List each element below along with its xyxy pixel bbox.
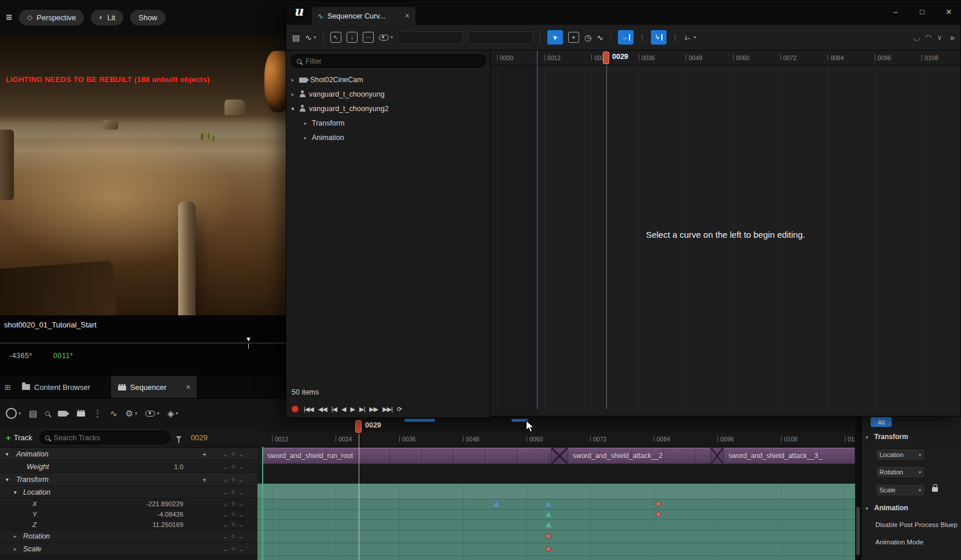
curve-window-tab-bar[interactable]: u ∿ Sequencer Curv... ✕ – □ ✕: [286, 1, 960, 25]
transport-button-4[interactable]: ▶: [351, 406, 355, 413]
keyframe-triangle[interactable]: [546, 502, 551, 507]
tree-item[interactable]: ▸Shot02CineCam: [286, 72, 490, 87]
add-section-icon[interactable]: +: [202, 450, 207, 458]
keyframe-circle[interactable]: [656, 502, 661, 507]
snap-value-options-icon[interactable]: ⋮: [672, 34, 679, 42]
snap-time-button[interactable]: →: [618, 30, 634, 45]
curve-options-button[interactable]: ∿▾: [305, 33, 316, 42]
sequence-browse-button[interactable]: ▾: [6, 408, 21, 419]
viewport-3d-scene[interactable]: LIGHTING NEEDS TO BE REBUILT (188 unbuil…: [0, 35, 286, 315]
track-row-weight[interactable]: Weight1.0←◇→: [0, 460, 257, 473]
tree-item[interactable]: ▾vanguard_t_choonyung2: [286, 101, 490, 116]
prev-key-icon[interactable]: ←: [223, 451, 229, 457]
minimize-button[interactable]: –: [885, 3, 907, 20]
range-marker[interactable]: [404, 419, 435, 422]
transport-button-8[interactable]: ⟳: [397, 406, 402, 413]
transform-tool-button[interactable]: ⌖: [568, 32, 579, 43]
filter-input[interactable]: [305, 57, 480, 65]
axis-snap-button[interactable]: ↔↕▾: [684, 34, 696, 42]
all-filter-button[interactable]: All: [871, 417, 892, 427]
prev-key-icon[interactable]: ←: [223, 533, 229, 539]
tangent-break-button[interactable]: ∨: [937, 33, 942, 42]
pointer-tool-button[interactable]: ➤: [547, 30, 563, 45]
transport-button-5[interactable]: ▶|: [359, 406, 364, 413]
prev-key-icon[interactable]: ←: [223, 489, 229, 495]
collapse-icon[interactable]: ▾: [14, 489, 17, 495]
add-key-icon[interactable]: ◇: [231, 511, 235, 517]
animation-property[interactable]: Animation Mode: [875, 539, 961, 546]
next-key-icon[interactable]: →: [238, 476, 244, 482]
next-key-icon[interactable]: →: [238, 451, 244, 457]
playback-options-button[interactable]: ◈▾: [167, 408, 178, 419]
select-below-button[interactable]: ↓: [347, 32, 358, 43]
transport-button-2[interactable]: |◀: [332, 406, 337, 413]
track-row-animation[interactable]: ▾Animation+←◇→: [0, 448, 257, 460]
next-key-icon[interactable]: →: [238, 533, 244, 539]
keyframe-circle[interactable]: [546, 547, 551, 552]
collapse-icon[interactable]: ▾: [6, 477, 9, 482]
next-key-icon[interactable]: →: [238, 500, 244, 507]
track-row-rotation[interactable]: ▸Rotation←◇→: [0, 530, 257, 543]
search-tracks-input[interactable]: [54, 434, 164, 442]
add-key-icon[interactable]: ◇: [231, 500, 235, 507]
animation-section-header[interactable]: Animation: [874, 504, 908, 512]
sequencer-timeline[interactable]: 0012002400360048006000720084009601080120…: [257, 417, 855, 560]
track-row-z[interactable]: Z11.250169←◇→: [0, 520, 257, 530]
expand-icon[interactable]: ▸: [290, 77, 296, 83]
marquee-select-button[interactable]: ⋯: [363, 32, 374, 43]
tab-content-browser[interactable]: Content Browser: [15, 376, 97, 398]
track-value[interactable]: 1.0: [174, 463, 183, 470]
search-tracks-box[interactable]: [39, 431, 170, 444]
playhead-marker[interactable]: [355, 420, 362, 433]
add-key-icon[interactable]: ◇: [231, 521, 235, 528]
actions-button[interactable]: ⚙▾: [126, 408, 137, 419]
curve-ruler[interactable]: 0000001200240036004800600072008400960108: [491, 50, 960, 65]
snap-time-options-icon[interactable]: ⋮: [639, 34, 646, 42]
keyframe-triangle[interactable]: [494, 502, 499, 507]
create-camera-button[interactable]: [58, 411, 69, 417]
keyframe-circle[interactable]: [656, 512, 661, 517]
scrubber-marker[interactable]: ▼: [245, 336, 252, 342]
track-row-y[interactable]: Y-4.08426←◇→: [0, 509, 257, 520]
next-key-icon[interactable]: →: [238, 463, 244, 470]
tangent-smooth-button[interactable]: ◠: [925, 33, 931, 42]
add-key-icon[interactable]: ◇: [231, 489, 235, 495]
add-key-icon[interactable]: ◇: [231, 546, 235, 552]
expand-icon[interactable]: ▸: [14, 533, 17, 539]
visibility-options-button[interactable]: ▾: [379, 35, 393, 40]
transport-button-0[interactable]: |◀◀: [304, 406, 314, 413]
prev-key-icon[interactable]: ←: [223, 546, 229, 552]
animation-clip[interactable]: sword_and_shield_attack__3_: [723, 448, 855, 464]
multi-select-tool-button[interactable]: ∿: [597, 33, 603, 42]
save-curves-button[interactable]: ▤: [292, 33, 300, 42]
prev-key-icon[interactable]: ←: [223, 463, 229, 470]
filter-icon[interactable]: [176, 436, 182, 440]
more-options-button[interactable]: ⋮: [93, 408, 102, 419]
next-key-icon[interactable]: →: [238, 511, 244, 517]
animation-clip[interactable]: sword_and_shield_attack__2: [568, 448, 711, 464]
add-key-icon[interactable]: ◇: [231, 463, 235, 470]
chevron-down-icon[interactable]: ▾: [866, 506, 868, 511]
tree-item[interactable]: ▸Animation: [286, 130, 490, 145]
track-row-x[interactable]: X-221.890229←◇→: [0, 499, 257, 509]
curve-graph-area[interactable]: 0000001200240036004800600072008400960108…: [491, 50, 960, 416]
add-track-button[interactable]: Track: [14, 433, 32, 442]
curve-editor-button[interactable]: ∿: [110, 408, 117, 419]
playhead-marker[interactable]: [603, 51, 609, 64]
lit-button[interactable]: ◐ Lit: [91, 10, 123, 25]
tab-sequencer-curves[interactable]: ∿ Sequencer Curv... ✕: [312, 7, 415, 25]
next-key-icon[interactable]: →: [238, 521, 244, 528]
find-in-content-browser-button[interactable]: [45, 411, 50, 416]
prev-key-icon[interactable]: ←: [223, 511, 229, 517]
content-drawer-icon[interactable]: ⊞: [0, 383, 15, 392]
keyframe-triangle[interactable]: [546, 512, 551, 517]
timeline-ruler[interactable]: 0012002400360048006000720084009601080120: [257, 432, 855, 447]
animation-clip[interactable]: sword_and_shield_run_root: [262, 448, 551, 464]
close-window-button[interactable]: ✕: [938, 3, 960, 20]
track-value[interactable]: 11.250169: [152, 521, 183, 528]
next-key-icon[interactable]: →: [238, 489, 244, 495]
expand-icon[interactable]: ▸: [303, 120, 308, 126]
add-key-icon[interactable]: ◇: [231, 533, 235, 539]
add-key-icon[interactable]: ◇: [231, 451, 235, 457]
expand-icon[interactable]: ▸: [14, 546, 17, 552]
